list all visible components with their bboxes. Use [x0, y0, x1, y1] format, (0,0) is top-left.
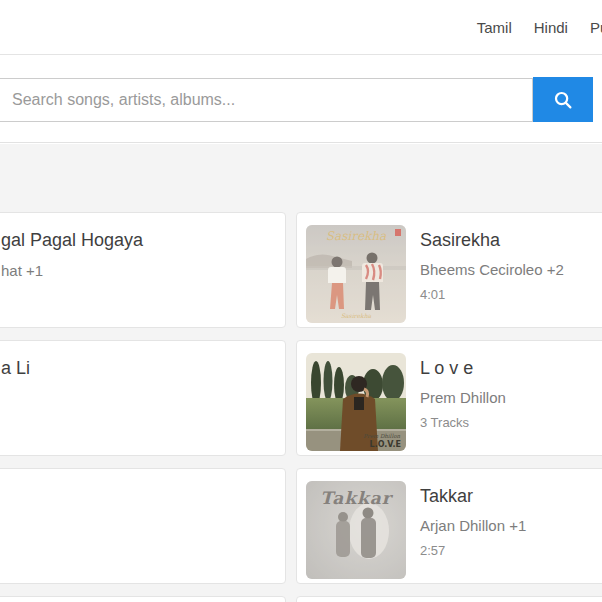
song-artists: Arjan Dhillon +1: [420, 516, 526, 535]
takkar-album-art: Takkar: [306, 481, 406, 579]
song-artists: Bheems Ceciroleo +2: [420, 260, 564, 279]
lang-link-punjabi[interactable]: Punjabi: [590, 19, 602, 36]
top-header-bar: Tamil Hindi Punjabi: [0, 0, 602, 55]
album-track-count: 3 Tracks: [420, 415, 506, 431]
song-card-text: Sasirekha Bheems Ceciroleo +2 4:01: [420, 225, 564, 315]
song-duration: 4:01: [420, 287, 564, 303]
song-card-clipped-a-li[interactable]: a Li: [0, 340, 286, 456]
lang-link-hindi[interactable]: Hindi: [534, 19, 568, 36]
sasirekha-album-art: Sasirekha Sasirekha: [306, 225, 406, 323]
song-card-clipped-blank[interactable]: [0, 468, 286, 584]
song-card-clipped-pagal-pagal-hogaya[interactable]: gal Pagal Hogaya hat +1: [0, 212, 286, 328]
song-card-sasirekha[interactable]: Sasirekha Sasirekha Sasirekha Bheems Cec…: [296, 212, 602, 328]
song-title: a Li: [1, 358, 30, 379]
song-title: Sasirekha: [420, 228, 564, 252]
song-artists: hat +1: [1, 262, 43, 279]
art-title-text: L.O.V.E: [370, 440, 401, 449]
music-search-page: Tamil Hindi Punjabi gal Pagal Hogaya hat…: [0, 0, 602, 602]
search-bar-section: [0, 55, 602, 143]
album-card-text: L o v e Prem Dhillon 3 Tracks: [420, 353, 506, 443]
album-artist: Prem Dhillon: [420, 388, 506, 407]
album-card-love[interactable]: Prem Dhillon L.O.V.E L o v e Prem Dhillo…: [296, 340, 602, 456]
search-button[interactable]: [533, 77, 593, 122]
search-input[interactable]: [0, 78, 533, 122]
album-title: L o v e: [420, 356, 506, 380]
search-icon: [553, 90, 573, 110]
language-nav: Tamil Hindi Punjabi: [477, 0, 602, 54]
song-card-partial[interactable]: [296, 596, 602, 602]
song-card-clipped-partial[interactable]: [0, 596, 286, 602]
song-title: Takkar: [420, 484, 526, 508]
song-title: gal Pagal Hogaya: [1, 230, 143, 251]
lang-link-tamil[interactable]: Tamil: [477, 19, 512, 36]
art-artist-text: Prem Dhillon: [363, 433, 400, 439]
song-card-takkar[interactable]: Takkar Takkar Arjan Dhillon +1 2:57: [296, 468, 602, 584]
song-duration: 2:57: [420, 543, 526, 559]
song-card-text: Takkar Arjan Dhillon +1 2:57: [420, 481, 526, 571]
love-album-art: Prem Dhillon L.O.V.E: [306, 353, 406, 451]
